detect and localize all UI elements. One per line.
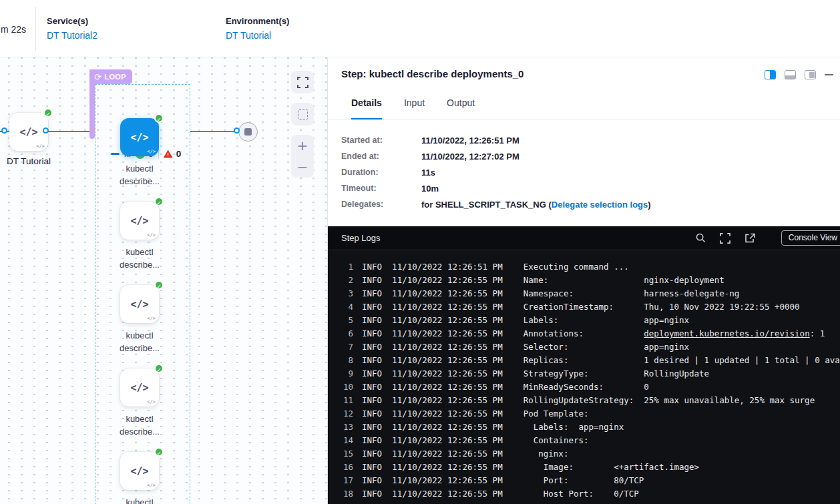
log-text: MinReadySeconds: 0 [523,382,649,392]
log-level: INFO [362,407,382,421]
log-timestamp: 11/10/2022 12:26:55 PM [392,340,503,354]
shell-script-icon: </> [36,144,45,149]
log-timestamp: 11/10/2022 12:26:51 PM [392,260,503,274]
log-text: Executing command ... [523,262,629,272]
log-level: INFO [362,381,382,394]
code-icon: </> [19,126,37,138]
layout-right-collapsed-icon[interactable] [805,70,816,79]
node-dt-tutorial[interactable]: </> ✓ </> [9,113,48,151]
node-kubectl-describe[interactable]: </>✓</> [120,118,159,156]
code-icon: </> [130,132,148,144]
search-icon[interactable] [696,233,706,243]
pipeline-end-node[interactable] [238,122,258,142]
shell-script-icon: </> [147,483,156,488]
log-message: Name: nginx-deployment [523,274,724,287]
shell-script-icon: </> [147,316,156,321]
log-message: Port: 80/TCP [523,474,644,487]
success-badge-icon: ✓ [154,197,164,206]
log-line: 9INFO11/10/2022 12:26:55 PMStrategyType:… [335,367,840,381]
detail-label: Started at: [341,136,421,145]
delegate-selection-logs-link[interactable]: Delegate selection logs [552,200,648,210]
log-annotation-link[interactable]: deployment.kubernetes.io/revision [644,328,809,338]
log-timestamp: 11/10/2022 12:26:55 PM [392,354,503,367]
node-label-kubectl-describe: kubectl describe... [108,329,172,354]
log-text: Pod Template: [523,409,589,419]
tab-input[interactable]: Input [404,95,425,119]
log-level: INFO [362,394,382,407]
detail-label: Duration: [341,168,421,177]
node-kubectl-describe[interactable]: </>✓</> [120,368,159,407]
loop-badge-label: LOOP [104,73,126,81]
layout-split-right-icon[interactable] [765,70,776,79]
detail-row: Started at:11/10/2022, 12:26:51 PM [341,136,651,145]
log-line-number: 13 [335,421,353,434]
zoom-in-button[interactable]: + [291,135,314,156]
pipeline-canvas[interactable]: ⟳ LOOP k. ✓ 9 0 </> ✓ </> DT Tutorial </… [0,57,327,504]
success-badge-icon: ✓ [154,113,164,123]
tab-output[interactable]: Output [447,95,475,119]
open-in-new-icon[interactable] [745,233,755,244]
log-line: 6INFO11/10/2022 12:26:55 PMAnnotations: … [335,327,840,340]
log-text: Replicas: 1 desired | 1 updated | 1 tota… [523,355,840,365]
node-kubectl-describe[interactable]: </>✓</> [120,285,159,323]
log-timestamp: 11/10/2022 12:26:55 PM [392,461,503,474]
header-divider [35,7,36,51]
canvas-zoom-controls: + − [291,135,314,178]
log-text: Annotations: [523,328,644,338]
log-message: Replicas: 1 desired | 1 updated | 1 tota… [523,354,840,367]
layout-bottom-icon[interactable] [785,70,796,79]
loop-badge: ⟳ LOOP [89,69,132,84]
stop-icon [244,128,252,136]
log-text: nginx: [523,449,569,459]
collapse-group-button[interactable] [111,153,120,155]
detail-value: 11s [421,168,435,178]
detail-row: Delegates:for SHELL_SCRIPT_TASK_NG (Dele… [341,200,651,209]
log-line-number: 18 [335,487,353,501]
log-line-number: 11 [335,394,353,407]
minimize-panel-button[interactable] [825,74,833,75]
canvas-fullscreen-button[interactable] [291,71,314,93]
shell-script-icon: </> [147,232,156,238]
zoom-out-button[interactable]: − [291,156,314,178]
node-kubectl-describe[interactable]: </>✓</> [120,452,159,490]
console-view-button[interactable]: Console View [781,230,840,246]
log-message: Annotations: deployment.kubernetes.io/re… [523,327,825,340]
edge-line-right [190,131,239,132]
log-text: Containers: [523,435,589,445]
failed-count: 0 [176,149,182,159]
log-timestamp: 11/10/2022 12:26:55 PM [392,434,503,447]
log-message: Containers: [523,434,589,447]
log-line-number: 1 [335,260,353,274]
log-message: RollingUpdateStrategy: 25% max unavailab… [523,394,815,407]
log-output[interactable]: 1INFO11/10/2022 12:26:51 PMExecuting com… [328,250,840,504]
log-line-number: 9 [335,367,353,381]
log-line-number: 16 [335,461,353,474]
success-badge-icon: ✓ [43,108,53,117]
execution-duration: m 22s [1,24,26,35]
detail-value: 11/10/2022, 12:26:51 PM [421,136,519,146]
tab-details[interactable]: Details [351,95,382,119]
log-line: 8INFO11/10/2022 12:26:55 PMReplicas: 1 d… [335,354,840,367]
log-line-number: 15 [335,447,353,461]
detail-row: Timeout:10m [341,184,651,193]
log-line-number: 17 [335,474,353,487]
log-level: INFO [362,421,382,434]
step-logs-title: Step Logs [341,233,381,243]
success-badge-icon: ✓ [154,447,164,457]
service-link[interactable]: DT Tutorial2 [47,30,97,41]
log-level: INFO [362,367,382,381]
fullscreen-icon [297,77,308,88]
logs-fullscreen-icon[interactable] [720,233,730,244]
log-line-number: 6 [335,327,353,340]
detail-value: 11/10/2022, 12:27:02 PM [421,152,519,162]
log-text: StrategyType: RollingUpdate [523,368,709,379]
service-label: Service(s) [47,16,97,26]
log-text: RollingUpdateStrategy: 25% max unavailab… [523,395,815,405]
execution-header: m 22s Service(s) DT Tutorial2 Environmen… [0,0,840,57]
node-kubectl-describe[interactable]: </>✓</> [120,202,159,240]
connector-port [1,128,7,134]
log-message: Executing command ... [523,260,629,274]
log-text: Name: nginx-deployment [523,275,724,285]
canvas-select-button[interactable] [291,103,314,125]
environment-link[interactable]: DT Tutorial [226,30,289,41]
